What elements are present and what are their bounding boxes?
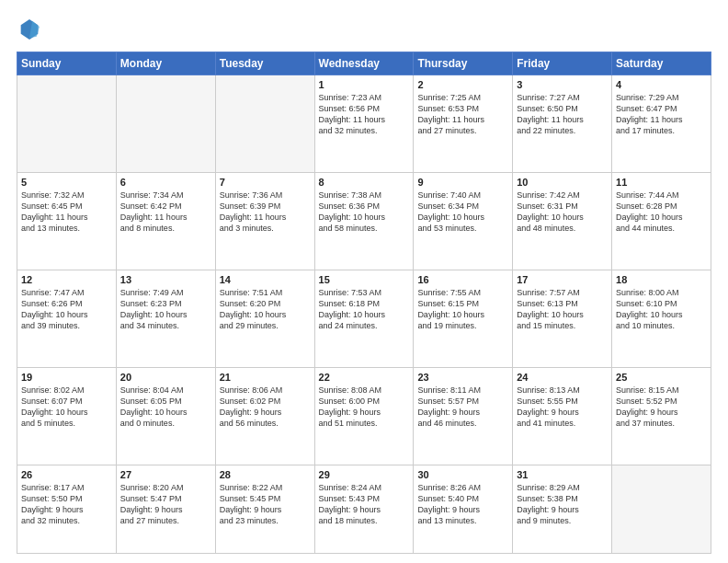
day-number: 19: [21, 372, 112, 383]
calendar-cell: 30Sunrise: 8:26 AM Sunset: 5:40 PM Dayli…: [414, 465, 513, 553]
calendar-cell: 15Sunrise: 7:53 AM Sunset: 6:18 PM Dayli…: [314, 270, 414, 367]
calendar-cell: 3Sunrise: 7:27 AM Sunset: 6:50 PM Daylig…: [513, 75, 612, 173]
day-number: 28: [220, 469, 311, 480]
logo: [17, 17, 46, 42]
day-info: Sunrise: 7:55 AM Sunset: 6:15 PM Dayligh…: [417, 287, 508, 332]
day-number: 4: [616, 79, 707, 90]
day-info: Sunrise: 8:00 AM Sunset: 6:10 PM Dayligh…: [616, 287, 707, 332]
day-header-sunday: Sunday: [17, 52, 117, 75]
day-number: 17: [517, 274, 608, 285]
day-info: Sunrise: 8:20 AM Sunset: 5:47 PM Dayligh…: [120, 482, 211, 527]
calendar-cell: 31Sunrise: 8:29 AM Sunset: 5:38 PM Dayli…: [513, 465, 612, 553]
day-number: 22: [319, 372, 410, 383]
day-number: 14: [220, 274, 311, 285]
calendar-cell: 14Sunrise: 7:51 AM Sunset: 6:20 PM Dayli…: [215, 270, 314, 367]
day-info: Sunrise: 8:11 AM Sunset: 5:57 PM Dayligh…: [417, 385, 508, 430]
calendar-week-2: 12Sunrise: 7:47 AM Sunset: 6:26 PM Dayli…: [17, 270, 711, 367]
day-info: Sunrise: 7:49 AM Sunset: 6:23 PM Dayligh…: [120, 287, 211, 332]
calendar-cell: 8Sunrise: 7:38 AM Sunset: 6:36 PM Daylig…: [314, 172, 414, 270]
day-number: 31: [517, 469, 608, 480]
day-info: Sunrise: 8:04 AM Sunset: 6:05 PM Dayligh…: [120, 385, 211, 430]
day-number: 23: [417, 372, 508, 383]
day-info: Sunrise: 7:36 AM Sunset: 6:39 PM Dayligh…: [220, 190, 311, 235]
day-number: 3: [517, 79, 608, 90]
calendar-week-4: 26Sunrise: 8:17 AM Sunset: 5:50 PM Dayli…: [17, 465, 711, 553]
day-header-friday: Friday: [513, 52, 612, 75]
day-info: Sunrise: 7:57 AM Sunset: 6:13 PM Dayligh…: [517, 287, 608, 332]
header: [17, 17, 711, 42]
calendar-cell: 13Sunrise: 7:49 AM Sunset: 6:23 PM Dayli…: [116, 270, 215, 367]
day-number: 21: [220, 372, 311, 383]
calendar-cell: 2Sunrise: 7:25 AM Sunset: 6:53 PM Daylig…: [414, 75, 513, 173]
day-number: 6: [120, 177, 211, 188]
calendar-cell: 17Sunrise: 7:57 AM Sunset: 6:13 PM Dayli…: [513, 270, 612, 367]
day-number: 7: [220, 177, 311, 188]
day-number: 2: [417, 79, 508, 90]
calendar-cell: 16Sunrise: 7:55 AM Sunset: 6:15 PM Dayli…: [414, 270, 513, 367]
day-number: 30: [417, 469, 508, 480]
day-info: Sunrise: 7:40 AM Sunset: 6:34 PM Dayligh…: [417, 190, 508, 235]
calendar-cell: 21Sunrise: 8:06 AM Sunset: 6:02 PM Dayli…: [215, 367, 314, 465]
calendar: SundayMondayTuesdayWednesdayThursdayFrid…: [17, 52, 711, 554]
day-number: 5: [21, 177, 112, 188]
day-number: 13: [120, 274, 211, 285]
calendar-cell: 19Sunrise: 8:02 AM Sunset: 6:07 PM Dayli…: [17, 367, 117, 465]
day-info: Sunrise: 7:42 AM Sunset: 6:31 PM Dayligh…: [517, 190, 608, 235]
day-header-saturday: Saturday: [612, 52, 711, 75]
day-info: Sunrise: 8:26 AM Sunset: 5:40 PM Dayligh…: [417, 482, 508, 527]
calendar-cell: 22Sunrise: 8:08 AM Sunset: 6:00 PM Dayli…: [314, 367, 414, 465]
day-info: Sunrise: 7:25 AM Sunset: 6:53 PM Dayligh…: [417, 92, 508, 137]
day-info: Sunrise: 7:27 AM Sunset: 6:50 PM Dayligh…: [517, 92, 608, 137]
day-number: 29: [319, 469, 410, 480]
calendar-cell: 24Sunrise: 8:13 AM Sunset: 5:55 PM Dayli…: [513, 367, 612, 465]
calendar-cell: 20Sunrise: 8:04 AM Sunset: 6:05 PM Dayli…: [116, 367, 215, 465]
day-number: 27: [120, 469, 211, 480]
day-number: 11: [616, 177, 707, 188]
calendar-header-row: SundayMondayTuesdayWednesdayThursdayFrid…: [17, 52, 711, 75]
calendar-cell: 10Sunrise: 7:42 AM Sunset: 6:31 PM Dayli…: [513, 172, 612, 270]
calendar-week-3: 19Sunrise: 8:02 AM Sunset: 6:07 PM Dayli…: [17, 367, 711, 465]
calendar-cell: 29Sunrise: 8:24 AM Sunset: 5:43 PM Dayli…: [314, 465, 414, 553]
calendar-cell: [17, 75, 117, 173]
calendar-cell: 27Sunrise: 8:20 AM Sunset: 5:47 PM Dayli…: [116, 465, 215, 553]
day-number: 18: [616, 274, 707, 285]
calendar-week-1: 5Sunrise: 7:32 AM Sunset: 6:45 PM Daylig…: [17, 172, 711, 270]
calendar-cell: [215, 75, 314, 173]
day-number: 16: [417, 274, 508, 285]
logo-icon: [17, 17, 42, 42]
day-info: Sunrise: 8:02 AM Sunset: 6:07 PM Dayligh…: [21, 385, 112, 430]
page: SundayMondayTuesdayWednesdayThursdayFrid…: [0, 0, 728, 563]
day-number: 9: [417, 177, 508, 188]
day-info: Sunrise: 7:29 AM Sunset: 6:47 PM Dayligh…: [616, 92, 707, 137]
calendar-cell: 9Sunrise: 7:40 AM Sunset: 6:34 PM Daylig…: [414, 172, 513, 270]
day-info: Sunrise: 7:23 AM Sunset: 6:56 PM Dayligh…: [319, 92, 410, 137]
day-info: Sunrise: 8:06 AM Sunset: 6:02 PM Dayligh…: [220, 385, 311, 430]
day-number: 15: [319, 274, 410, 285]
day-info: Sunrise: 7:47 AM Sunset: 6:26 PM Dayligh…: [21, 287, 112, 332]
day-number: 12: [21, 274, 112, 285]
day-info: Sunrise: 8:08 AM Sunset: 6:00 PM Dayligh…: [319, 385, 410, 430]
day-number: 10: [517, 177, 608, 188]
day-info: Sunrise: 8:29 AM Sunset: 5:38 PM Dayligh…: [517, 482, 608, 527]
day-info: Sunrise: 7:51 AM Sunset: 6:20 PM Dayligh…: [220, 287, 311, 332]
day-header-thursday: Thursday: [414, 52, 513, 75]
day-number: 20: [120, 372, 211, 383]
day-header-monday: Monday: [116, 52, 215, 75]
day-info: Sunrise: 7:44 AM Sunset: 6:28 PM Dayligh…: [616, 190, 707, 235]
day-number: 25: [616, 372, 707, 383]
day-info: Sunrise: 7:53 AM Sunset: 6:18 PM Dayligh…: [319, 287, 410, 332]
calendar-cell: 7Sunrise: 7:36 AM Sunset: 6:39 PM Daylig…: [215, 172, 314, 270]
day-header-tuesday: Tuesday: [215, 52, 314, 75]
day-info: Sunrise: 7:38 AM Sunset: 6:36 PM Dayligh…: [319, 190, 410, 235]
day-number: 24: [517, 372, 608, 383]
calendar-cell: 11Sunrise: 7:44 AM Sunset: 6:28 PM Dayli…: [612, 172, 711, 270]
day-number: 8: [319, 177, 410, 188]
day-number: 26: [21, 469, 112, 480]
calendar-cell: 26Sunrise: 8:17 AM Sunset: 5:50 PM Dayli…: [17, 465, 117, 553]
calendar-cell: 4Sunrise: 7:29 AM Sunset: 6:47 PM Daylig…: [612, 75, 711, 173]
calendar-cell: 18Sunrise: 8:00 AM Sunset: 6:10 PM Dayli…: [612, 270, 711, 367]
calendar-cell: [116, 75, 215, 173]
calendar-cell: 5Sunrise: 7:32 AM Sunset: 6:45 PM Daylig…: [17, 172, 117, 270]
calendar-cell: 12Sunrise: 7:47 AM Sunset: 6:26 PM Dayli…: [17, 270, 117, 367]
calendar-week-0: 1Sunrise: 7:23 AM Sunset: 6:56 PM Daylig…: [17, 75, 711, 173]
